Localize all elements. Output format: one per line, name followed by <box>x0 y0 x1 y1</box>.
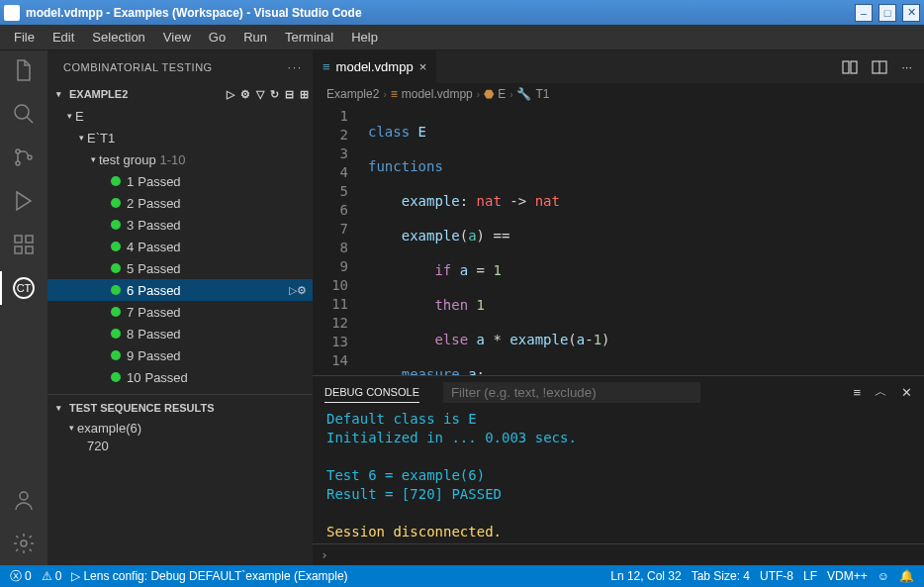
window-title: model.vdmpp - Examples (Workspace) - Vis… <box>26 6 849 20</box>
combinatorial-testing-icon[interactable]: CT <box>12 276 36 300</box>
accounts-icon[interactable] <box>12 488 36 512</box>
code-content[interactable]: class E functions example: nat -> nat ex… <box>360 105 910 375</box>
tree-root[interactable]: ▾E <box>47 105 313 127</box>
test-row[interactable]: 3Passed <box>47 214 313 236</box>
status-cursor[interactable]: Ln 12, Col 32 <box>610 569 681 583</box>
console-input[interactable]: › <box>313 543 924 565</box>
test-row[interactable]: 9Passed <box>47 344 313 366</box>
pass-dot-icon <box>111 242 121 251</box>
svg-point-3 <box>28 155 32 159</box>
test-row[interactable]: 8Passed <box>47 323 313 344</box>
pass-dot-icon <box>111 350 121 360</box>
status-warnings[interactable]: ⚠ 0 <box>42 569 62 583</box>
source-control-icon[interactable] <box>12 146 36 169</box>
method-icon: 🔧 <box>516 87 531 101</box>
sidebar: COMBINATORIAL TESTING ··· ▾ EXAMPLE2 ▷ ⚙… <box>47 50 313 565</box>
svg-point-2 <box>16 161 20 165</box>
maximize-button[interactable]: □ <box>878 4 896 22</box>
svg-rect-7 <box>26 236 33 243</box>
gear-icon[interactable]: ⚙ <box>240 88 250 101</box>
pass-dot-icon <box>111 372 121 382</box>
test-row[interactable]: 5Passed <box>47 257 313 279</box>
test-tree: ▾E ▾E`T1 ▾test group 1-10 1Passed 2Passe… <box>47 105 313 388</box>
tree-trace[interactable]: ▾E`T1 <box>47 127 313 148</box>
status-bell-icon[interactable]: 🔔 <box>899 569 914 583</box>
menu-view[interactable]: View <box>155 28 199 47</box>
status-tabsize[interactable]: Tab Size: 4 <box>692 569 750 583</box>
collapse-icon[interactable]: ⊟ <box>285 88 294 101</box>
goto-icon[interactable]: ▷⚙ <box>289 284 307 297</box>
filter-icon[interactable]: ▽ <box>256 88 264 101</box>
pass-dot-icon <box>111 198 121 208</box>
bc-method[interactable]: T1 <box>535 87 549 101</box>
svg-point-0 <box>15 105 29 119</box>
menu-selection[interactable]: Selection <box>84 28 152 47</box>
status-lens[interactable]: ▷ Lens config: Debug DEFAULT`example (Ex… <box>71 569 347 583</box>
statusbar: ⓧ 0 ⚠ 0 ▷ Lens config: Debug DEFAULT`exa… <box>0 565 924 587</box>
close-icon[interactable]: × <box>419 59 427 74</box>
console-filter-input[interactable] <box>443 382 700 403</box>
pass-dot-icon <box>111 176 121 186</box>
tab-model[interactable]: ≡ model.vdmpp × <box>313 50 437 83</box>
status-errors[interactable]: ⓧ 0 <box>10 568 32 585</box>
breadcrumb[interactable]: Example2› ≡model.vdmpp› ⬣E› 🔧T1 <box>313 83 924 105</box>
expand-icon[interactable]: ⊞ <box>300 88 309 101</box>
bc-file[interactable]: model.vdmpp <box>402 87 473 101</box>
status-encoding[interactable]: UTF-8 <box>760 569 793 583</box>
refresh-icon[interactable]: ↻ <box>270 88 279 101</box>
debug-console-output[interactable]: Default class is E Initialized in ... 0.… <box>313 408 924 543</box>
menu-go[interactable]: Go <box>201 28 233 47</box>
pass-dot-icon <box>111 307 121 317</box>
test-row[interactable]: 4Passed <box>47 236 313 257</box>
explorer-icon[interactable] <box>12 58 36 82</box>
svg-rect-5 <box>15 246 22 253</box>
test-row[interactable]: 10Passed <box>47 366 313 388</box>
menu-file[interactable]: File <box>6 28 43 47</box>
menu-terminal[interactable]: Terminal <box>277 28 341 47</box>
menu-run[interactable]: Run <box>235 28 275 47</box>
close-button[interactable]: ✕ <box>902 4 920 22</box>
section-example2[interactable]: ▾ EXAMPLE2 ▷ ⚙ ▽ ↻ ⊟ ⊞ <box>47 83 313 105</box>
svg-rect-6 <box>26 246 33 253</box>
bc-class[interactable]: E <box>498 87 506 101</box>
status-eol[interactable]: LF <box>803 569 817 583</box>
run-icon[interactable]: ▷ <box>227 88 234 101</box>
pass-dot-icon <box>111 220 121 230</box>
more-icon[interactable]: ··· <box>901 59 912 74</box>
compare-icon[interactable] <box>842 59 858 75</box>
status-feedback-icon[interactable]: ☺ <box>878 569 889 583</box>
editor-tabbar: ≡ model.vdmpp × ··· <box>313 50 924 83</box>
class-icon: ⬣ <box>484 87 494 101</box>
run-debug-icon[interactable] <box>12 189 36 213</box>
svg-point-10 <box>20 492 28 500</box>
pass-dot-icon <box>111 263 121 273</box>
code-editor[interactable]: 1234567891011121314 class E functions ex… <box>313 105 924 375</box>
test-row-selected[interactable]: 6Passed▷⚙ <box>47 279 313 301</box>
status-lang[interactable]: VDM++ <box>827 569 868 583</box>
word-wrap-icon[interactable]: ≡ <box>853 385 861 400</box>
chevron-up-icon[interactable]: ︿ <box>875 383 887 401</box>
settings-gear-icon[interactable] <box>12 532 36 555</box>
file-icon: ≡ <box>391 87 398 101</box>
result-row[interactable]: ▾example(6) <box>47 417 313 439</box>
extensions-icon[interactable] <box>12 233 36 256</box>
menu-help[interactable]: Help <box>343 28 386 47</box>
chevron-down-icon: ▾ <box>51 403 65 413</box>
split-icon[interactable] <box>872 59 887 75</box>
tree-group[interactable]: ▾test group 1-10 <box>47 148 313 170</box>
test-row[interactable]: 1Passed <box>47 170 313 192</box>
panel-tab-debug-console[interactable]: DEBUG CONSOLE <box>324 382 419 403</box>
minimap[interactable] <box>910 105 924 375</box>
svg-point-1 <box>16 149 20 153</box>
bc-folder[interactable]: Example2 <box>326 87 379 101</box>
sidebar-more-icon[interactable]: ··· <box>288 61 303 73</box>
menu-edit[interactable]: Edit <box>45 28 82 47</box>
search-icon[interactable] <box>12 102 36 126</box>
section-label: TEST SEQUENCE RESULTS <box>69 402 309 414</box>
test-row[interactable]: 7Passed <box>47 301 313 323</box>
test-row[interactable]: 2Passed <box>47 192 313 214</box>
svg-point-11 <box>21 540 27 546</box>
close-panel-icon[interactable]: ✕ <box>901 385 912 400</box>
minimize-button[interactable]: – <box>855 4 873 22</box>
section-results[interactable]: ▾ TEST SEQUENCE RESULTS <box>47 394 313 417</box>
